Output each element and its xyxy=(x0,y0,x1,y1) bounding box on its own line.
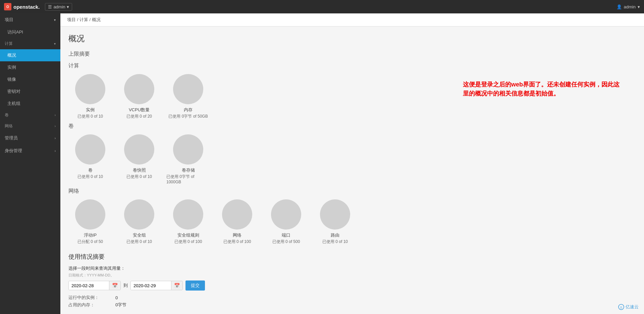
memory-used-row: 占用的内存： 0字节 xyxy=(68,302,636,308)
gauge-sub: 已分配 0 of 50 xyxy=(77,239,103,245)
breadcrumb: 项目 / 计算 / 概况 xyxy=(60,13,644,26)
user-menu[interactable]: 👤 admin ▾ xyxy=(616,4,640,9)
usage-query-label: 选择一段时间来查询其用量： xyxy=(68,265,636,271)
gauge-sub: 已使用 0 of 100 xyxy=(174,239,202,245)
gauge-item: 内存 已使用 0字节 of 50GB xyxy=(166,74,210,119)
admin-chevron-icon: › xyxy=(55,136,56,140)
date-to-calendar-button[interactable]: 📅 xyxy=(171,281,182,290)
submit-button[interactable]: 提交 xyxy=(185,280,205,291)
gauge-item: 安全组 已使用 0 of 10 xyxy=(117,199,161,245)
gauge-item: 卷 已使用 0 of 10 xyxy=(68,134,112,184)
sidebar-item-access-api[interactable]: 访问API xyxy=(0,26,60,38)
gauge-circle xyxy=(75,74,105,104)
usage-date-hint: 日期格式：YYYY-MM-DD。 xyxy=(68,273,636,278)
sidebar-admin-label: 管理员 xyxy=(5,135,18,141)
gauge-circle xyxy=(75,199,105,230)
gauge-label: 卷存储 xyxy=(182,167,195,173)
gauge-sub: 已使用 0 of 10 xyxy=(126,239,152,245)
sidebar-item-hostgroups[interactable]: 主机组 xyxy=(0,98,60,110)
sidebar-item-images[interactable]: 镜像 xyxy=(0,73,60,85)
openstack-icon: O xyxy=(4,3,11,10)
gauge-circle xyxy=(124,134,154,165)
gauge-item: 卷快照 已使用 0 of 10 xyxy=(117,134,161,184)
sidebar-identity-header[interactable]: 身份管理 › xyxy=(0,144,60,157)
gauge-circle xyxy=(173,134,203,165)
compute-section-label: 计算 xyxy=(68,62,636,69)
sidebar-item-keypairs[interactable]: 密钥对 xyxy=(0,85,60,98)
topbar-logo: O openstack. xyxy=(4,3,40,10)
gauge-label: 路由 xyxy=(331,232,339,238)
running-instances-value: 0 xyxy=(115,295,118,300)
sidebar-item-instances[interactable]: 实例 xyxy=(0,61,60,73)
sidebar-network-header[interactable]: 网络 › xyxy=(0,121,60,132)
project-label: ☰ xyxy=(48,4,52,9)
network-section-label: 网络 xyxy=(68,188,636,195)
volumes-chevron-icon: › xyxy=(55,113,56,117)
logo-text: openstack. xyxy=(13,4,40,10)
memory-used-value: 0字节 xyxy=(115,302,126,308)
breadcrumb-sep1: / xyxy=(77,17,79,22)
content-area: 项目 / 计算 / 概况 这便是登录之后的web界面了。还未创建任何实例，因此这… xyxy=(60,13,644,314)
project-name: admin xyxy=(53,4,65,9)
sidebar-compute-header[interactable]: 计算 ▾ xyxy=(0,38,60,49)
date-from-wrap: 📅 xyxy=(68,281,121,290)
breadcrumb-part1: 项目 xyxy=(67,17,76,22)
gauge-item: 路由 已使用 0 of 10 xyxy=(313,199,357,245)
usage-summary-section: 使用情况摘要 选择一段时间来查询其用量： 日期格式：YYYY-MM-DD。 📅 … xyxy=(68,253,636,308)
gauge-label: 卷 xyxy=(88,167,93,173)
gauge-sub: 已使用 0 of 100 xyxy=(223,239,251,245)
date-from-calendar-button[interactable]: 📅 xyxy=(109,281,120,290)
gauge-label: 内存 xyxy=(184,107,193,113)
gauge-sub: 已使用 0 of 10 xyxy=(322,239,348,245)
project-chevron: ▾ xyxy=(67,4,69,9)
to-label: 到 xyxy=(123,282,128,289)
volumes-gauges: 卷 已使用 0 of 10 卷快照 已使用 0 of 10 卷存储 已使用 0字… xyxy=(68,134,636,184)
date-from-input[interactable] xyxy=(69,281,109,290)
volumes-section-label: 卷 xyxy=(68,123,636,130)
gauge-sub: 已使用 0 of 10 xyxy=(77,174,103,180)
sidebar-item-overview[interactable]: 概况 xyxy=(0,49,60,61)
svg-text:云: 云 xyxy=(620,306,623,309)
gauge-label: 安全组规则 xyxy=(177,232,199,238)
gauge-circle xyxy=(75,134,105,165)
sidebar-volumes-header[interactable]: 卷 › xyxy=(0,110,60,121)
gauge-label: VCPU数量 xyxy=(129,107,150,113)
gauge-circle xyxy=(320,199,350,230)
compute-chevron-icon: ▾ xyxy=(54,42,56,46)
logo-brand-text: 亿速云 xyxy=(626,304,639,310)
gauge-label: 端口 xyxy=(282,232,290,238)
sidebar: 项目 ▾ 访问API 计算 ▾ 概况 实例 镜像 密钥对 主机组 卷 › 网 xyxy=(0,13,60,314)
user-chevron: ▾ xyxy=(638,4,640,9)
sidebar-project-header[interactable]: 项目 ▾ xyxy=(0,13,60,26)
breadcrumb-sep2: / xyxy=(89,17,92,22)
gauge-item: 卷存储 已使用 0字节 of 1000GB xyxy=(166,134,210,184)
gauge-item: 安全组规则 已使用 0 of 100 xyxy=(166,199,210,245)
limit-summary-section: 上限摘要 计算 实例 已使用 0 of 10 VCPU数量 已使用 0 of 2… xyxy=(68,51,636,245)
sidebar-volumes-label: 卷 xyxy=(5,112,9,118)
date-to-input[interactable] xyxy=(131,281,171,290)
memory-used-label: 占用的内存： xyxy=(68,302,115,308)
project-dropdown[interactable]: ☰ admin ▾ xyxy=(45,3,72,11)
svg-text:O: O xyxy=(6,5,9,9)
limit-summary-title: 上限摘要 xyxy=(68,51,636,58)
page-title: 概况 xyxy=(68,33,636,44)
usage-summary-title: 使用情况摘要 xyxy=(68,253,636,261)
gauge-circle xyxy=(173,199,203,230)
topbar: O openstack. ☰ admin ▾ 👤 admin ▾ xyxy=(0,0,644,13)
gauge-sub: 已使用 0 of 10 xyxy=(126,174,152,180)
gauge-circle xyxy=(124,199,154,230)
identity-chevron-icon: › xyxy=(55,149,56,153)
project-chevron-icon: ▾ xyxy=(54,18,56,22)
sidebar-identity-label: 身份管理 xyxy=(5,148,22,154)
gauge-circle xyxy=(124,74,154,104)
compute-gauges: 实例 已使用 0 of 10 VCPU数量 已使用 0 of 20 内存 已使用… xyxy=(68,74,636,119)
date-row: 📅 到 📅 提交 xyxy=(68,280,636,291)
gauge-circle xyxy=(222,199,252,230)
network-chevron-icon: › xyxy=(55,124,56,128)
sidebar-network-label: 网络 xyxy=(5,123,13,129)
sidebar-admin-header[interactable]: 管理员 › xyxy=(0,132,60,144)
user-name: admin xyxy=(624,4,636,9)
running-instances-row: 运行中的实例： 0 xyxy=(68,295,636,301)
sidebar-project-label: 项目 xyxy=(5,17,13,23)
network-gauges: 浮动IP 已分配 0 of 50 安全组 已使用 0 of 10 安全组规则 已… xyxy=(68,199,636,245)
